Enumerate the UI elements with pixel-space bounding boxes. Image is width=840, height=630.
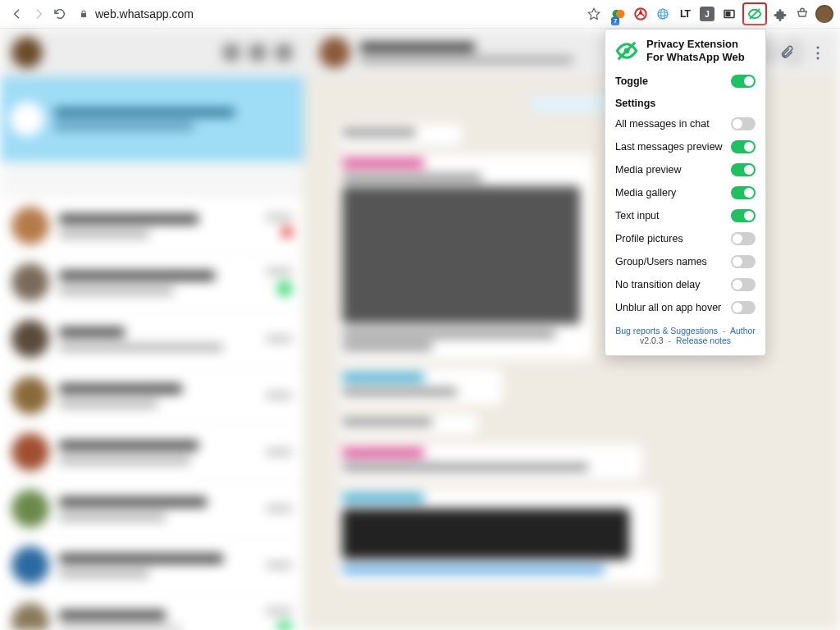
svg-point-4 xyxy=(658,9,668,19)
setting-toggle-switch[interactable] xyxy=(731,278,756,291)
toggle-row: Toggle xyxy=(605,70,765,93)
extension-icon-6[interactable] xyxy=(720,5,738,23)
setting-label: No transition delay xyxy=(615,279,731,290)
back-button[interactable] xyxy=(7,3,28,25)
setting-row: Text input xyxy=(605,204,765,227)
extension-badge: 7 xyxy=(611,17,619,25)
release-notes-link[interactable]: Release notes xyxy=(676,336,731,345)
setting-row: Group/Users names xyxy=(605,250,765,273)
setting-row: Profile pictures xyxy=(605,227,765,250)
settings-section-title: Settings xyxy=(605,93,765,112)
setting-label: Media gallery xyxy=(615,187,731,199)
setting-toggle-switch[interactable] xyxy=(731,301,756,314)
setting-row: Unblur all on app hover xyxy=(605,296,765,319)
settings-list: All messages in chatLast messages previe… xyxy=(605,112,765,319)
popup-header: Privacy Extension For WhatsApp Web xyxy=(605,30,765,70)
setting-label: Unblur all on app hover xyxy=(615,302,731,313)
setting-row: No transition delay xyxy=(605,273,765,296)
setting-toggle-switch[interactable] xyxy=(731,117,756,130)
svg-point-5 xyxy=(658,12,668,16)
forward-button[interactable] xyxy=(28,3,49,25)
setting-row: Last messages preview xyxy=(605,135,765,158)
setting-label: Last messages preview xyxy=(615,141,731,153)
setting-label: All messages in chat xyxy=(615,118,731,130)
popup-title-line1: Privacy Extension xyxy=(646,38,745,51)
setting-toggle-switch[interactable] xyxy=(731,140,756,153)
extension-icon-3[interactable] xyxy=(654,5,672,23)
popup-title-line2: For WhatsApp Web xyxy=(646,51,745,64)
extension-icon-5[interactable]: J xyxy=(698,5,716,23)
setting-row: All messages in chat xyxy=(605,112,765,135)
setting-label: Text input xyxy=(615,210,731,221)
master-toggle-switch[interactable] xyxy=(731,75,756,88)
address-bar[interactable]: web.whatsapp.com xyxy=(79,7,605,21)
setting-toggle-switch[interactable] xyxy=(731,232,756,245)
setting-label: Profile pictures xyxy=(615,233,731,244)
menu-dots-icon[interactable]: ⋮ xyxy=(810,43,825,62)
svg-marker-0 xyxy=(588,8,600,19)
lock-icon xyxy=(79,8,89,20)
setting-row: Media preview xyxy=(605,158,765,181)
setting-toggle-switch[interactable] xyxy=(731,255,756,268)
extension-icon-8[interactable] xyxy=(793,5,811,23)
browser-toolbar: web.whatsapp.com 7 LT J xyxy=(0,0,840,29)
setting-toggle-switch[interactable] xyxy=(731,186,756,199)
setting-toggle-switch[interactable] xyxy=(731,163,756,176)
privacy-extension-icon-highlighted[interactable] xyxy=(742,2,767,25)
bookmark-star-icon[interactable] xyxy=(587,7,601,21)
attach-icon[interactable] xyxy=(779,43,794,62)
extension-popup: Privacy Extension For WhatsApp Web Toggl… xyxy=(605,29,766,356)
popup-logo-icon xyxy=(615,39,638,62)
version-text: 2.0.3 xyxy=(644,336,663,345)
svg-point-6 xyxy=(661,9,665,19)
setting-toggle-switch[interactable] xyxy=(731,209,756,222)
popup-footer: Bug reports & Suggestions - Author v2.0.… xyxy=(605,319,765,355)
setting-label: Group/Users names xyxy=(615,256,731,267)
profile-avatar[interactable] xyxy=(815,5,833,23)
reload-button[interactable] xyxy=(49,3,71,25)
app-viewport: ⋮ ⋮ Privacy Extension For WhatsApp Web xyxy=(0,29,840,630)
extension-icon-1[interactable]: 7 xyxy=(609,5,628,23)
bug-reports-link[interactable]: Bug reports & Suggestions xyxy=(615,326,718,336)
setting-label: Media preview xyxy=(615,164,731,176)
url-text: web.whatsapp.com xyxy=(95,7,194,21)
setting-row: Media gallery xyxy=(605,181,765,204)
extension-icon-2[interactable] xyxy=(632,5,650,23)
popup-title: Privacy Extension For WhatsApp Web xyxy=(646,38,745,63)
svg-rect-8 xyxy=(726,12,730,16)
extension-icon-4[interactable]: LT xyxy=(676,5,694,23)
author-link[interactable]: Author xyxy=(730,326,756,336)
extensions-row: 7 LT J xyxy=(609,2,833,25)
extensions-menu-icon[interactable] xyxy=(771,5,789,23)
toggle-label: Toggle xyxy=(615,75,731,87)
